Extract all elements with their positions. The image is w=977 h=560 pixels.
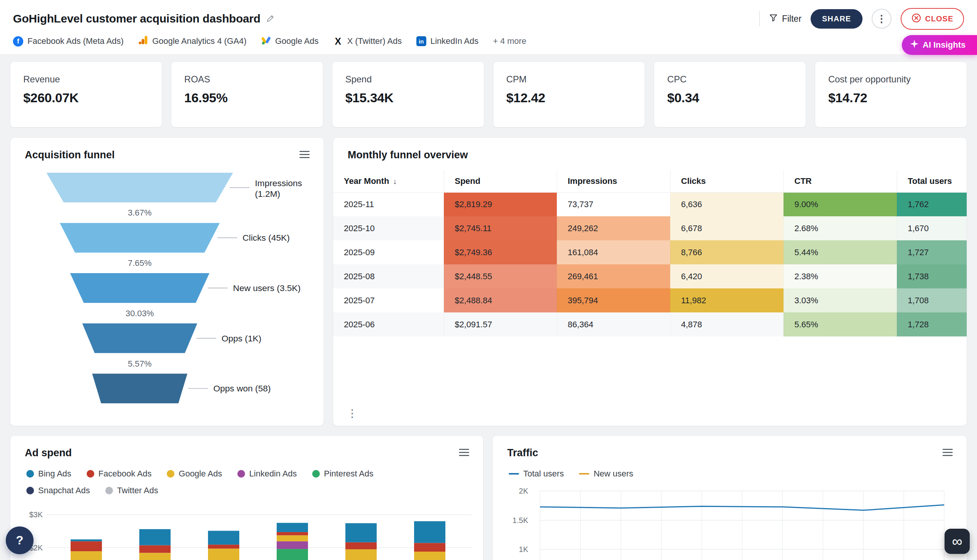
- funnel-stage[interactable]: [60, 223, 220, 253]
- filter-button[interactable]: Filter: [769, 13, 802, 24]
- legend-item[interactable]: Facebook Ads: [87, 469, 152, 479]
- share-button[interactable]: SHARE: [811, 9, 862, 28]
- legend-item[interactable]: Pinterest Ads: [312, 469, 374, 479]
- chart-menu-button[interactable]: [459, 448, 469, 457]
- kpi-label: ROAS: [184, 74, 310, 85]
- bar-segment[interactable]: [277, 541, 308, 549]
- funnel-stage[interactable]: [47, 173, 233, 203]
- table-cell: 6,678: [670, 216, 783, 240]
- source-google-ads[interactable]: Google Ads: [261, 35, 319, 47]
- ai-insights-button[interactable]: AI Insights: [902, 35, 977, 55]
- bar-segment[interactable]: [139, 553, 170, 560]
- kpi-value: $15.34K: [346, 90, 471, 105]
- bar-segment[interactable]: [208, 545, 239, 548]
- more-options-button[interactable]: ⋮: [872, 9, 892, 28]
- table-cell: $2,819.29: [444, 192, 557, 216]
- edit-title-button[interactable]: [266, 13, 276, 24]
- bar-segment[interactable]: [277, 523, 308, 532]
- bar-segment[interactable]: [277, 536, 308, 542]
- ad-spend-chart[interactable]: $3K$2K$1K: [23, 510, 471, 560]
- legend-item[interactable]: Twitter Ads: [105, 486, 159, 495]
- table-cell: $2,091.57: [444, 312, 557, 337]
- legend-item[interactable]: Total users: [509, 469, 564, 479]
- legend-item[interactable]: New users: [579, 469, 633, 479]
- ai-insights-label: AI Insights: [923, 40, 965, 50]
- table-cell: 249,262: [557, 216, 670, 240]
- kpi-label: CPC: [667, 74, 793, 85]
- bar-segment[interactable]: [414, 543, 445, 552]
- bar-segment[interactable]: [208, 548, 239, 560]
- kpi-card-cpc: CPC $0.34: [654, 62, 806, 127]
- bar-segment[interactable]: [208, 531, 239, 544]
- column-header-impressions[interactable]: Impressions: [557, 170, 670, 192]
- kpi-value: $0.34: [667, 90, 793, 105]
- monthly-funnel-table: Year Month↓ Spend Impressions Clicks CTR…: [333, 170, 967, 337]
- source-x-twitter-ads[interactable]: X X (Twitter) Ads: [333, 36, 402, 47]
- bar-segment[interactable]: [346, 523, 377, 542]
- google-analytics-icon: [138, 35, 148, 47]
- legend-swatch-icon: [579, 473, 589, 475]
- bar-segment[interactable]: [346, 542, 377, 549]
- legend-item[interactable]: Snapchat Ads: [26, 486, 90, 495]
- funnel-stage-label: Clicks (45K): [243, 233, 290, 243]
- table-cell: 2025-06: [333, 312, 444, 337]
- column-header-ctr[interactable]: CTR: [783, 170, 897, 192]
- legend-item[interactable]: Google Ads: [167, 469, 222, 479]
- legend-item[interactable]: Bing Ads: [26, 469, 71, 479]
- bar-segment[interactable]: [277, 532, 308, 536]
- column-header-total-users[interactable]: Total users: [897, 170, 967, 192]
- funnel-stage[interactable]: [92, 373, 187, 403]
- traffic-chart[interactable]: 2K1.5K1K: [505, 487, 954, 560]
- bar-segment[interactable]: [139, 545, 170, 553]
- help-button[interactable]: ?: [6, 527, 33, 554]
- legend-label: Google Ads: [179, 469, 222, 479]
- more-sources-link[interactable]: + 4 more: [493, 36, 526, 46]
- legend-item[interactable]: Linkedin Ads: [237, 469, 297, 479]
- close-button[interactable]: CLOSE: [901, 8, 964, 30]
- column-header-year-month[interactable]: Year Month↓: [333, 170, 444, 192]
- chart-menu-button[interactable]: [942, 448, 953, 457]
- bar-segment[interactable]: [70, 551, 102, 560]
- kpi-value: 16.95%: [184, 90, 310, 105]
- table-cell: 2025-10: [333, 216, 444, 240]
- column-header-spend[interactable]: Spend: [444, 170, 557, 192]
- y-axis-label: 1K: [519, 545, 529, 553]
- column-header-clicks[interactable]: Clicks: [670, 170, 783, 192]
- funnel-conversion-rate: 30.03%: [125, 308, 154, 318]
- bar-segment[interactable]: [346, 549, 377, 560]
- source-google-analytics[interactable]: Google Analytics 4 (GA4): [138, 35, 247, 47]
- bar-segment[interactable]: [277, 549, 308, 560]
- table-cell: 1,727: [897, 240, 967, 264]
- table-row: 2025-07$2,488.84395,79411,9823.03%1,708: [333, 288, 967, 312]
- source-linkedin-ads[interactable]: in LinkedIn Ads: [416, 36, 479, 46]
- table-more-options-button[interactable]: ⋮: [347, 408, 357, 419]
- bar-segment[interactable]: [70, 541, 102, 551]
- table-cell: 5.65%: [783, 312, 897, 337]
- table-cell: 1,708: [897, 288, 967, 312]
- table-cell: $2,745.11: [444, 216, 557, 240]
- table-cell: 2025-09: [333, 240, 444, 264]
- funnel-stage[interactable]: [70, 273, 209, 303]
- bar-segment[interactable]: [414, 552, 445, 560]
- table-cell: $2,488.84: [444, 288, 557, 312]
- bar-segment[interactable]: [139, 529, 170, 545]
- acquisition-funnel-chart[interactable]: Impressions(1.2M)3.67%Clicks (45K)7.65%N…: [10, 172, 324, 409]
- table-cell: 3.03%: [783, 288, 897, 312]
- acquisition-funnel-card: Acquisition funnel Impressions(1.2M)3.67…: [10, 137, 324, 426]
- source-label: Google Analytics 4 (GA4): [152, 36, 247, 46]
- legend-label: Twitter Ads: [117, 486, 159, 495]
- hamburger-icon: [459, 448, 469, 457]
- widget-button[interactable]: ∞: [945, 529, 970, 554]
- table-row: 2025-11$2,819.2973,7376,6369.00%1,762: [333, 192, 967, 216]
- funnel-stage[interactable]: [82, 323, 197, 353]
- y-axis-label: 1.5K: [513, 516, 529, 525]
- table-cell: 2025-11: [333, 192, 444, 216]
- funnel-conversion-rate: 3.67%: [128, 208, 152, 217]
- source-facebook-ads[interactable]: f Facebook Ads (Meta Ads): [13, 36, 124, 47]
- chart-menu-button[interactable]: [299, 151, 310, 160]
- bar-segment[interactable]: [70, 539, 102, 541]
- source-label: Facebook Ads (Meta Ads): [27, 36, 124, 46]
- legend-label: Total users: [523, 469, 564, 479]
- funnel-stage-label: New users (3.5K): [233, 283, 301, 293]
- bar-segment[interactable]: [414, 521, 445, 543]
